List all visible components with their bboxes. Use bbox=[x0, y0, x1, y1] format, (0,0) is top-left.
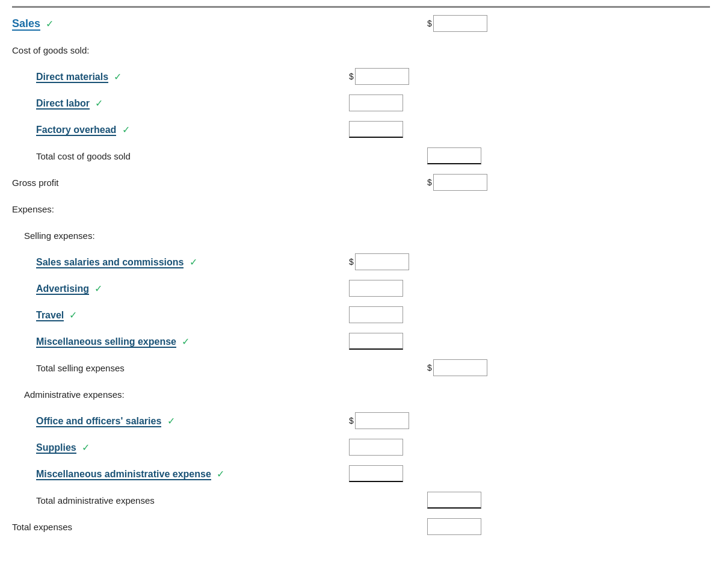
cogs-header: Cost of goods sold: bbox=[12, 45, 89, 55]
advertising-input[interactable] bbox=[349, 280, 403, 297]
gross-profit-row: Gross profit $ bbox=[12, 172, 710, 193]
factory-overhead-link[interactable]: Factory overhead bbox=[36, 125, 116, 136]
office-salaries-link[interactable]: Office and officers' salaries bbox=[36, 416, 161, 427]
total-admin-label: Total administrative expenses bbox=[36, 495, 155, 506]
direct-materials-dollar: $ bbox=[349, 72, 354, 81]
misc-admin-link[interactable]: Miscellaneous administrative expense bbox=[36, 469, 211, 480]
sales-link[interactable]: Sales bbox=[12, 17, 40, 31]
supplies-row: Supplies ✓ bbox=[12, 436, 710, 458]
direct-materials-row: Direct materials ✓ $ bbox=[12, 66, 710, 87]
total-selling-row: Total selling expenses $ bbox=[12, 357, 710, 379]
direct-materials-link[interactable]: Direct materials bbox=[36, 72, 108, 83]
misc-admin-col1 bbox=[349, 465, 427, 482]
misc-selling-label-col: Miscellaneous selling expense ✓ bbox=[12, 336, 349, 347]
advertising-col1 bbox=[349, 280, 427, 297]
direct-materials-label-col: Direct materials ✓ bbox=[12, 71, 349, 82]
total-expenses-label: Total expenses bbox=[12, 522, 72, 532]
supplies-col1 bbox=[349, 439, 427, 456]
sales-salaries-row: Sales salaries and commissions ✓ $ bbox=[12, 251, 710, 273]
total-cogs-label: Total cost of goods sold bbox=[36, 151, 131, 161]
gross-profit-col2: $ bbox=[427, 174, 505, 191]
sales-check: ✓ bbox=[46, 19, 54, 29]
selling-header-row: Selling expenses: bbox=[12, 224, 710, 246]
sales-input[interactable] bbox=[433, 15, 487, 32]
total-selling-label-col: Total selling expenses bbox=[12, 363, 349, 373]
total-cogs-input[interactable] bbox=[427, 147, 481, 164]
selling-header-col: Selling expenses: bbox=[12, 231, 349, 241]
factory-overhead-check: ✓ bbox=[122, 125, 130, 135]
misc-admin-label-col: Miscellaneous administrative expense ✓ bbox=[12, 468, 349, 480]
gross-profit-label: Gross profit bbox=[12, 178, 59, 188]
total-selling-dollar: $ bbox=[427, 363, 432, 373]
sales-dollar: $ bbox=[427, 19, 432, 28]
selling-header: Selling expenses: bbox=[24, 231, 95, 241]
direct-labor-check: ✓ bbox=[95, 98, 103, 108]
sales-salaries-col1: $ bbox=[349, 253, 427, 270]
gross-profit-label-col: Gross profit bbox=[12, 178, 349, 188]
travel-link[interactable]: Travel bbox=[36, 310, 64, 321]
misc-admin-row: Miscellaneous administrative expense ✓ bbox=[12, 463, 710, 484]
direct-labor-row: Direct labor ✓ bbox=[12, 92, 710, 114]
sales-salaries-link[interactable]: Sales salaries and commissions bbox=[36, 257, 184, 268]
office-salaries-dollar: $ bbox=[349, 416, 354, 426]
total-expenses-input[interactable] bbox=[427, 518, 481, 535]
factory-overhead-label-col: Factory overhead ✓ bbox=[12, 124, 349, 135]
travel-label-col: Travel ✓ bbox=[12, 309, 349, 321]
gross-profit-dollar: $ bbox=[427, 178, 432, 187]
total-expenses-label-col: Total expenses bbox=[12, 522, 349, 532]
total-expenses-row: Total expenses bbox=[12, 516, 710, 537]
total-admin-col2 bbox=[427, 492, 505, 509]
total-cogs-label-col: Total cost of goods sold bbox=[12, 151, 349, 161]
top-divider bbox=[12, 6, 710, 8]
misc-selling-link[interactable]: Miscellaneous selling expense bbox=[36, 336, 176, 348]
sales-salaries-check: ✓ bbox=[190, 257, 197, 267]
supplies-link[interactable]: Supplies bbox=[36, 442, 76, 454]
advertising-label-col: Advertising ✓ bbox=[12, 283, 349, 294]
travel-row: Travel ✓ bbox=[12, 304, 710, 326]
direct-labor-col1 bbox=[349, 94, 427, 111]
total-admin-input[interactable] bbox=[427, 492, 481, 509]
factory-overhead-col1 bbox=[349, 121, 427, 138]
direct-labor-link[interactable]: Direct labor bbox=[36, 98, 90, 110]
total-expenses-col2 bbox=[427, 518, 505, 535]
advertising-link[interactable]: Advertising bbox=[36, 283, 89, 295]
misc-selling-row: Miscellaneous selling expense ✓ bbox=[12, 330, 710, 352]
advertising-check: ✓ bbox=[94, 283, 102, 294]
office-salaries-label-col: Office and officers' salaries ✓ bbox=[12, 415, 349, 427]
supplies-check: ✓ bbox=[82, 442, 90, 453]
income-statement: Sales ✓ $ Cost of goods sold: Direct mat… bbox=[12, 6, 710, 537]
misc-selling-col1 bbox=[349, 333, 427, 350]
direct-materials-col1: $ bbox=[349, 68, 427, 85]
sales-salaries-label-col: Sales salaries and commissions ✓ bbox=[12, 256, 349, 268]
travel-input[interactable] bbox=[349, 306, 403, 323]
sales-label-col: Sales ✓ bbox=[12, 17, 349, 30]
office-salaries-col1: $ bbox=[349, 412, 427, 429]
total-selling-col2: $ bbox=[427, 359, 505, 376]
misc-admin-check: ✓ bbox=[217, 469, 224, 479]
supplies-label-col: Supplies ✓ bbox=[12, 442, 349, 453]
direct-materials-input[interactable] bbox=[355, 68, 409, 85]
advertising-row: Advertising ✓ bbox=[12, 277, 710, 299]
travel-check: ✓ bbox=[69, 310, 77, 320]
sales-row: Sales ✓ $ bbox=[12, 13, 710, 34]
expenses-header-row: Expenses: bbox=[12, 198, 710, 220]
travel-col1 bbox=[349, 306, 427, 323]
misc-admin-input[interactable] bbox=[349, 465, 403, 482]
office-salaries-row: Office and officers' salaries ✓ $ bbox=[12, 410, 710, 432]
office-salaries-check: ✓ bbox=[167, 416, 175, 426]
office-salaries-input[interactable] bbox=[355, 412, 409, 429]
misc-selling-input[interactable] bbox=[349, 333, 403, 350]
cogs-header-col: Cost of goods sold: bbox=[12, 45, 349, 55]
admin-header-row: Administrative expenses: bbox=[12, 383, 710, 405]
sales-salaries-input[interactable] bbox=[355, 253, 409, 270]
gross-profit-input[interactable] bbox=[433, 174, 487, 191]
total-selling-input[interactable] bbox=[433, 359, 487, 376]
supplies-input[interactable] bbox=[349, 439, 403, 456]
misc-selling-check: ✓ bbox=[182, 336, 190, 347]
total-admin-label-col: Total administrative expenses bbox=[12, 495, 349, 506]
expenses-header-col: Expenses: bbox=[12, 204, 349, 214]
direct-labor-label-col: Direct labor ✓ bbox=[12, 97, 349, 109]
direct-materials-check: ✓ bbox=[114, 72, 122, 82]
factory-overhead-input[interactable] bbox=[349, 121, 403, 138]
direct-labor-input[interactable] bbox=[349, 94, 403, 111]
